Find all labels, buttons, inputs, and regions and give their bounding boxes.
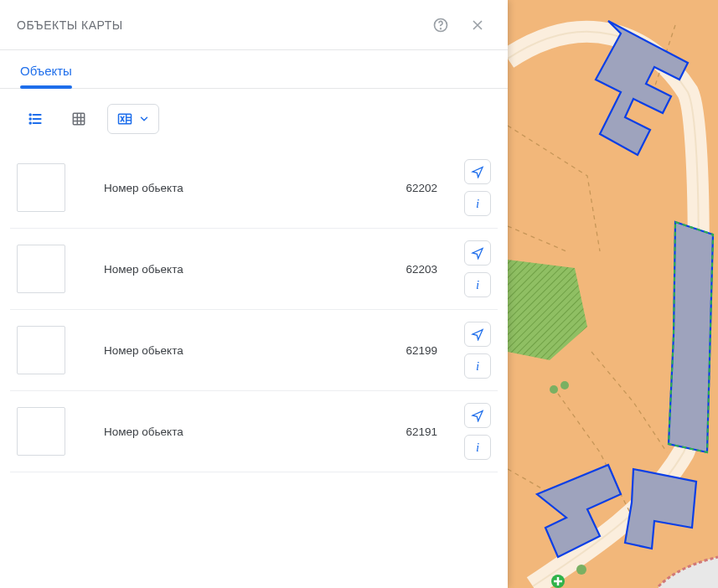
tabs: Объекты	[0, 50, 508, 89]
close-icon[interactable]	[464, 12, 491, 39]
export-excel-button[interactable]	[107, 104, 159, 134]
grid-view-button[interactable]	[64, 104, 94, 134]
info-button[interactable]: i	[464, 353, 491, 379]
list-item[interactable]: Номер обьекта 62203 i	[10, 229, 498, 310]
row-actions: i	[464, 403, 491, 460]
panel-header: ОБЪЕКТЫ КАРТЫ	[0, 0, 508, 50]
add-marker-icon[interactable]	[551, 575, 565, 588]
svg-point-4	[29, 118, 31, 120]
thumbnail	[17, 245, 65, 293]
objects-panel: ОБЪЕКТЫ КАРТЫ Объекты	[0, 0, 508, 588]
svg-rect-13	[119, 114, 132, 124]
field-value: 62202	[405, 182, 437, 194]
field-label: Номер обьекта	[104, 426, 183, 438]
object-field: Номер обьекта 62199	[79, 344, 451, 357]
panel-title: ОБЪЕКТЫ КАРТЫ	[17, 18, 427, 32]
field-value: 62199	[405, 344, 437, 357]
locate-button[interactable]	[464, 403, 491, 428]
svg-point-1	[441, 28, 442, 28]
view-toolbar	[0, 89, 508, 141]
locate-button[interactable]	[464, 240, 491, 266]
svg-point-21	[550, 385, 558, 394]
locate-button[interactable]	[464, 159, 491, 184]
object-field: Номер обьекта 62191	[79, 426, 451, 438]
locate-button[interactable]	[464, 322, 491, 347]
list-item[interactable]: Номер обьекта 62199 i	[10, 310, 498, 391]
thumbnail	[17, 326, 65, 374]
row-actions: i	[464, 240, 491, 297]
svg-point-23	[576, 565, 586, 575]
field-value: 62203	[405, 263, 437, 276]
thumbnail	[17, 163, 65, 212]
list-item[interactable]: Номер обьекта 62202 i	[10, 147, 498, 229]
list-item[interactable]: Номер обьекта 62191 i	[10, 391, 498, 472]
svg-point-6	[29, 122, 31, 124]
info-button[interactable]: i	[464, 435, 491, 460]
svg-point-2	[29, 114, 31, 116]
thumbnail	[17, 407, 65, 456]
field-label: Номер обьекта	[104, 344, 183, 357]
info-button[interactable]: i	[464, 191, 491, 216]
map-canvas[interactable]	[508, 0, 718, 588]
field-value: 62191	[405, 426, 437, 438]
info-button[interactable]: i	[464, 272, 491, 297]
map-svg	[508, 0, 718, 588]
tab-objects[interactable]: Объекты	[20, 50, 72, 88]
svg-point-22	[560, 381, 569, 389]
row-actions: i	[464, 159, 491, 216]
svg-rect-8	[73, 113, 84, 124]
list-view-button[interactable]	[20, 104, 50, 134]
object-field: Номер обьекта 62202	[79, 182, 451, 194]
objects-list: Номер обьекта 62202 i Номер обьекта 6220…	[0, 141, 508, 588]
object-field: Номер обьекта 62203	[79, 263, 451, 276]
help-icon[interactable]	[427, 12, 454, 39]
field-label: Номер обьекта	[104, 182, 183, 194]
row-actions: i	[464, 322, 491, 379]
field-label: Номер обьекта	[104, 263, 183, 276]
